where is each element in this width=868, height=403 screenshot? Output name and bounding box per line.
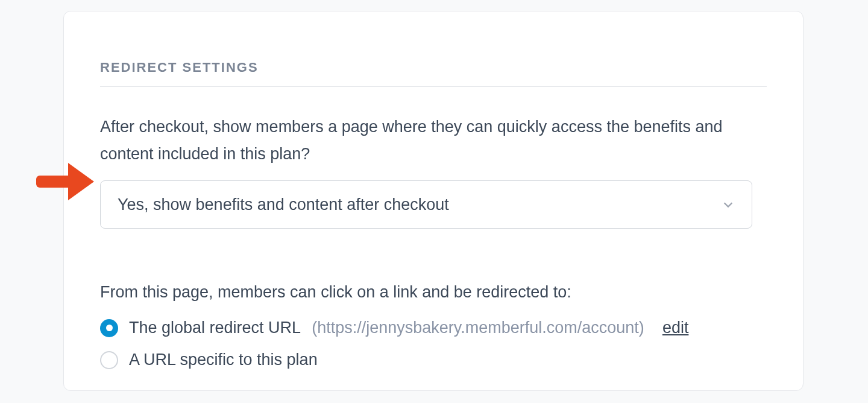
radio-global-url[interactable] <box>100 319 118 337</box>
checkout-question: After checkout, show members a page wher… <box>100 113 767 167</box>
edit-global-url-link[interactable]: edit <box>662 319 689 337</box>
redirect-settings-card: REDIRECT SETTINGS After checkout, show m… <box>63 11 804 391</box>
radio-row-global: The global redirect URL (https://jennysb… <box>100 319 767 337</box>
radio-row-specific: A URL specific to this plan <box>100 351 767 369</box>
select-value: Yes, show benefits and content after che… <box>118 195 722 214</box>
radio-plan-specific-url[interactable] <box>100 351 118 369</box>
redirect-radio-group: The global redirect URL (https://jennysb… <box>100 319 767 369</box>
section-title: REDIRECT SETTINGS <box>100 60 767 87</box>
redirect-description: From this page, members can click on a l… <box>100 283 767 302</box>
show-benefits-select[interactable]: Yes, show benefits and content after che… <box>100 180 752 229</box>
radio-specific-label: A URL specific to this plan <box>129 351 318 369</box>
radio-global-label: The global redirect URL <box>129 319 301 337</box>
chevron-down-icon <box>722 198 735 211</box>
radio-global-url-text: (https://jennysbakery.memberful.com/acco… <box>312 319 644 337</box>
